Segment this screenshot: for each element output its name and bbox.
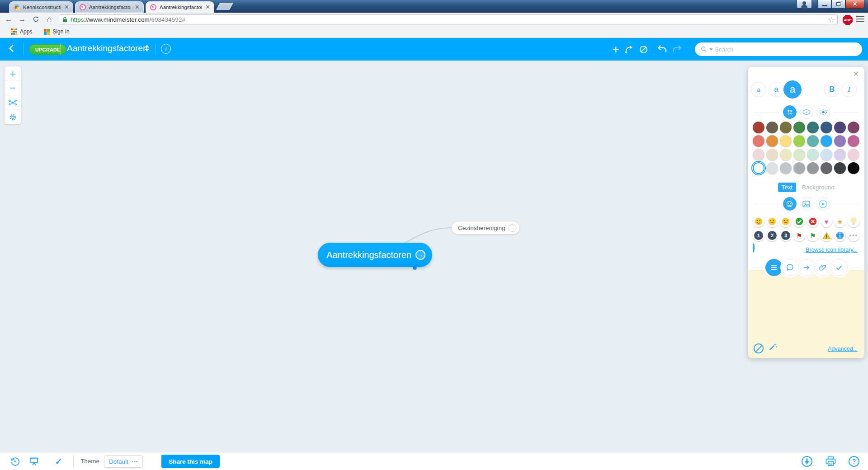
- back-to-maps-icon[interactable]: [9, 45, 17, 52]
- number-1-icon[interactable]: 1: [753, 230, 764, 241]
- history-button[interactable]: [8, 452, 22, 470]
- font-size-small-button[interactable]: a: [751, 82, 766, 97]
- font-size-large-button-selected[interactable]: a: [783, 80, 802, 99]
- font-size-medium-button[interactable]: a: [769, 82, 784, 97]
- refresh-button[interactable]: [30, 13, 42, 26]
- selection-handle[interactable]: [413, 266, 417, 270]
- bookmark-signin[interactable]: Sign In: [44, 28, 69, 35]
- image-tab[interactable]: [800, 197, 813, 211]
- color-swatch[interactable]: [807, 135, 819, 147]
- search-box[interactable]: [695, 42, 862, 56]
- search-scope-dropdown-icon[interactable]: [709, 48, 713, 51]
- connect-button[interactable]: [623, 43, 635, 56]
- color-swatch[interactable]: [848, 122, 859, 133]
- map-title[interactable]: Aantrekkingsfactoren: [67, 43, 148, 53]
- comment-button[interactable]: [782, 259, 799, 276]
- zoom-out-button[interactable]: −: [5, 81, 21, 95]
- text-tab-selected[interactable]: Text: [778, 183, 796, 192]
- back-button[interactable]: ←: [3, 13, 14, 26]
- color-swatch[interactable]: [793, 135, 805, 147]
- color-swatch[interactable]: [807, 122, 819, 133]
- map-node-child[interactable]: Gezinshereniging →: [451, 221, 520, 235]
- star-icon[interactable]: ★: [834, 216, 846, 227]
- color-swatch[interactable]: [821, 149, 832, 160]
- color-swatch[interactable]: [766, 135, 778, 147]
- theme-select-button[interactable]: Default •••: [104, 455, 143, 468]
- color-swatch[interactable]: [848, 149, 859, 160]
- tab-close-icon[interactable]: ✕: [64, 4, 70, 10]
- color-swatch[interactable]: [753, 122, 764, 133]
- forward-button[interactable]: →: [16, 13, 28, 26]
- help-button[interactable]: ?: [847, 452, 861, 470]
- border-style-tab[interactable]: [816, 105, 830, 119]
- browser-tab-1[interactable]: Kennisconstructie - Editor ✕: [9, 1, 73, 13]
- settings-button[interactable]: [5, 110, 21, 124]
- task-button[interactable]: [830, 259, 848, 276]
- color-swatch[interactable]: [807, 162, 819, 174]
- video-tab[interactable]: [816, 197, 830, 211]
- color-swatch[interactable]: [834, 122, 846, 133]
- map-node-root-selected[interactable]: Aantrekkingsfactoren →: [318, 243, 432, 267]
- number-2-icon[interactable]: 2: [766, 230, 778, 241]
- notes-area[interactable]: Advanced...: [748, 270, 864, 358]
- profile-button[interactable]: [797, 0, 812, 9]
- tab-close-icon[interactable]: ✕: [134, 4, 140, 10]
- close-button[interactable]: ✕: [845, 0, 864, 9]
- color-swatch[interactable]: [807, 149, 819, 160]
- theme-more-icon[interactable]: •••: [132, 459, 138, 464]
- palette-tab-selected[interactable]: [783, 105, 797, 119]
- upgrade-button[interactable]: UPGRADE: [29, 44, 66, 55]
- color-swatch[interactable]: [793, 162, 805, 174]
- maximize-button[interactable]: [831, 0, 845, 9]
- attachment-button[interactable]: [814, 259, 831, 276]
- number-3-icon[interactable]: 3: [780, 230, 792, 241]
- search-input[interactable]: [715, 46, 857, 53]
- info-icon[interactable]: i: [161, 44, 171, 54]
- remove-icon-button[interactable]: [753, 243, 755, 253]
- more-icons[interactable]: ●●●: [848, 230, 859, 241]
- browser-menu-icon[interactable]: [856, 16, 864, 22]
- color-swatch[interactable]: [780, 162, 792, 174]
- warning-icon[interactable]: [821, 230, 832, 241]
- redo-button[interactable]: [670, 43, 683, 56]
- bulb-icon[interactable]: [848, 216, 859, 227]
- map-canvas[interactable]: ＋ − Gezinshereniging: [0, 61, 868, 452]
- bookmark-star-icon[interactable]: ☆: [828, 15, 835, 24]
- color-swatch[interactable]: [766, 149, 778, 160]
- print-button[interactable]: [824, 452, 837, 470]
- check-green-icon[interactable]: [793, 216, 805, 227]
- panel-close-icon[interactable]: ✕: [853, 70, 859, 78]
- color-swatch[interactable]: [834, 162, 846, 174]
- background-tab[interactable]: Background: [802, 184, 835, 191]
- color-swatch[interactable]: [821, 122, 832, 133]
- color-swatch[interactable]: [753, 135, 764, 147]
- notes-button-selected[interactable]: [765, 259, 783, 276]
- flag-green-icon[interactable]: ⚑: [807, 230, 819, 241]
- color-swatch[interactable]: [848, 135, 859, 147]
- heart-icon[interactable]: ♥: [821, 216, 832, 227]
- block-button[interactable]: [637, 43, 650, 56]
- tab-close-icon[interactable]: ✕: [205, 4, 211, 10]
- magic-wand-button[interactable]: [768, 342, 778, 353]
- map-layout-button[interactable]: [5, 95, 21, 110]
- color-swatch[interactable]: [834, 135, 846, 147]
- url-bar[interactable]: https://www.mindmeister.com/698434592# ☆: [59, 14, 838, 24]
- advanced-link[interactable]: Advanced...: [828, 346, 858, 352]
- add-idea-button[interactable]: +: [609, 43, 622, 56]
- share-map-button[interactable]: Share this map: [161, 455, 220, 468]
- open-url-icon[interactable]: →: [509, 224, 516, 232]
- home-button[interactable]: ⌂: [43, 13, 55, 26]
- browse-icon-library-link[interactable]: Browse icon library...: [806, 247, 858, 253]
- emoji-tab-selected[interactable]: [783, 197, 797, 211]
- color-swatch[interactable]: [753, 162, 764, 174]
- color-swatch[interactable]: [780, 135, 792, 147]
- presentation-button[interactable]: [27, 452, 41, 470]
- bold-button[interactable]: B: [824, 82, 840, 97]
- font-color-tab[interactable]: A: [800, 105, 813, 119]
- link-button[interactable]: [798, 259, 815, 276]
- color-swatch[interactable]: [753, 149, 764, 160]
- color-swatch[interactable]: [834, 149, 846, 160]
- color-swatch[interactable]: [766, 122, 778, 133]
- bookmark-apps[interactable]: Apps: [11, 28, 32, 35]
- undo-button[interactable]: [656, 43, 669, 56]
